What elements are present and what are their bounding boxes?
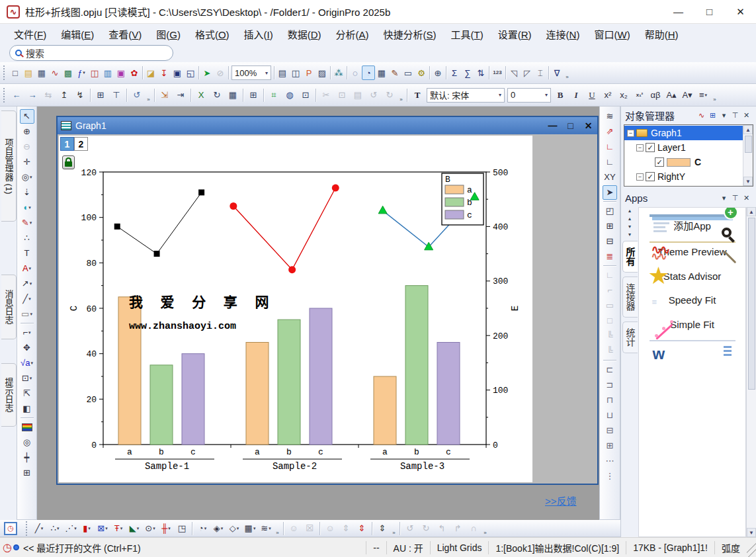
reimport-dialog-button[interactable]: ▦: [226, 88, 240, 103]
area-plot-button[interactable]: ◣▾: [127, 521, 142, 536]
tree-checkbox[interactable]: ✓: [646, 172, 655, 181]
status-angle-unit[interactable]: 弧度: [714, 541, 747, 554]
zoom-level-combo-dropdown-icon[interactable]: ▾: [263, 70, 268, 76]
draw-data-tool-dropdown-icon[interactable]: ▾: [30, 220, 32, 226]
swap-xy-button[interactable]: XY: [603, 170, 617, 185]
panel-menu-icon[interactable]: ▾: [718, 111, 730, 120]
new-data-connector-button[interactable]: ⌗: [267, 88, 281, 103]
line-tool-button[interactable]: ╱▾: [20, 292, 34, 306]
alignment-button[interactable]: ≡▾: [696, 88, 710, 103]
import-data-button[interactable]: ↧: [157, 65, 171, 80]
import-single-ascii-button[interactable]: ⇥: [173, 88, 188, 103]
pin-window-button[interactable]: ⊤: [109, 88, 124, 103]
new-project-button[interactable]: □: [9, 65, 22, 80]
code-builder-button[interactable]: ⚙: [415, 65, 428, 80]
apps-tab-connectors[interactable]: 连接器: [622, 277, 638, 318]
tree-row-layer1-node[interactable]: −✓Layer1: [624, 140, 743, 155]
box-plot-dropdown-icon[interactable]: ▾: [120, 526, 123, 531]
draw-data-tool-button[interactable]: ✎▾: [20, 216, 34, 230]
insert-3d-object-tool-button[interactable]: ◧: [20, 402, 34, 416]
menu-data[interactable]: 数据(D): [280, 25, 329, 43]
brace-tool-button[interactable]: ⌐▾: [20, 325, 34, 340]
contour-plot-dropdown-icon[interactable]: ▾: [269, 526, 271, 531]
script-window-button[interactable]: ▭: [401, 65, 415, 80]
merge-graphs-button[interactable]: ≣: [603, 249, 617, 264]
app-item-word-app[interactable]: w: [650, 340, 735, 341]
reimport-directly-button[interactable]: ↻: [210, 88, 224, 103]
batch-processing-button[interactable]: ⊞: [246, 88, 261, 103]
polar-plot-button[interactable]: ⊙▾: [143, 521, 157, 536]
distribute-horizontally-button[interactable]: ⋯: [603, 454, 617, 468]
rectangle-tool-dropdown-icon[interactable]: ▾: [30, 312, 32, 317]
search-box[interactable]: 搜索: [9, 45, 173, 61]
template-library-button[interactable]: ⊠▾: [95, 521, 110, 536]
sidebar-tab-message-log[interactable]: 消息日志: [1, 275, 17, 339]
undo-zoom-button[interactable]: ↺: [130, 88, 144, 103]
graph-page-tab-1[interactable]: 1: [60, 137, 74, 151]
tree-expand-icon[interactable]: −: [636, 173, 644, 181]
menu-window[interactable]: 窗口(W): [587, 25, 637, 43]
font-size-combo-dropdown-icon[interactable]: ▾: [542, 92, 548, 98]
project-explorer-button[interactable]: ⁂: [332, 65, 345, 80]
contour-plot-button[interactable]: ≋▾: [259, 521, 273, 536]
text-style-button[interactable]: T: [410, 88, 425, 103]
search-input[interactable]: 搜索: [26, 46, 44, 60]
apps-menu-icon[interactable]: ▾: [718, 194, 730, 202]
line-symbol-plot-dropdown-icon[interactable]: ▾: [74, 526, 77, 531]
new-app-button[interactable]: ✿: [128, 65, 141, 80]
graph-minimize-button[interactable]: —: [544, 120, 562, 131]
apps-scrollbar[interactable]: ▲ ▼: [746, 207, 756, 537]
subscript-button[interactable]: x₂: [616, 88, 631, 103]
selection-on-active-plot-tool-button[interactable]: ◖▾: [20, 200, 34, 215]
status-recent-files[interactable]: ◷<< 最近打开的文件 (Ctrl+F1): [0, 541, 366, 554]
pie-3d-plot-dropdown-icon[interactable]: ▾: [204, 526, 207, 531]
annotation-tool-button[interactable]: A▾: [20, 261, 34, 276]
zoom-level-combo[interactable]: 100%▾: [231, 65, 271, 80]
menu-analysis[interactable]: 分析(A): [329, 25, 376, 43]
app-item-theme-preview[interactable]: ∿∿∿∿Theme Preview: [650, 241, 735, 259]
close-button[interactable]: ✕: [725, 0, 756, 24]
tree-row-series-c-node[interactable]: ✓C: [624, 155, 743, 169]
rescale-tool-button[interactable]: ➤: [603, 185, 617, 200]
superscript-button[interactable]: x²: [601, 88, 615, 103]
send-to-powerpoint-button[interactable]: P: [302, 65, 315, 80]
add-favorite-button[interactable]: ↯: [73, 88, 87, 103]
column-plot-button[interactable]: ▮▾: [79, 521, 94, 536]
cluster-tool-button[interactable]: ∴: [20, 231, 34, 245]
add-shortcut-button[interactable]: ↥: [57, 88, 71, 103]
polar-plot-dropdown-icon[interactable]: ▾: [153, 526, 155, 531]
remove-bad-points-button[interactable]: ⇕: [355, 521, 369, 536]
descending-bar-plot-button[interactable]: ◸: [521, 65, 534, 80]
open-button[interactable]: ◪: [144, 65, 157, 80]
decrease-font-button[interactable]: A▾: [680, 88, 694, 103]
stock-plot-button[interactable]: ╫▾: [159, 521, 173, 536]
align-top-button[interactable]: ⊓: [603, 393, 617, 407]
sub-superscript-button[interactable]: x₁²: [632, 88, 647, 103]
save-template-button[interactable]: ◱: [184, 65, 197, 80]
print-preview-button[interactable]: ◫: [289, 65, 302, 80]
add-top-x-axis-button[interactable]: ⇗: [603, 124, 617, 139]
apps-close-icon[interactable]: ✕: [741, 194, 752, 202]
tree-row-righty-node[interactable]: −✓RightY: [624, 169, 743, 184]
menu-edit[interactable]: 编辑(E): [54, 25, 101, 43]
graph-window[interactable]: Graph1 — □ ✕ 020406080100120010020030040…: [56, 116, 599, 485]
resize-grip-icon[interactable]: [747, 538, 756, 557]
copy-format-button[interactable]: ≋: [603, 109, 617, 124]
run-app-button[interactable]: ➤: [200, 65, 214, 80]
pan-tool-button[interactable]: ✥: [20, 341, 34, 355]
data-filter-button[interactable]: ∇: [550, 65, 564, 80]
forward-button[interactable]: →: [25, 88, 40, 103]
lock-icon[interactable]: [62, 155, 75, 169]
font-combo-dropdown-icon[interactable]: ▾: [496, 92, 501, 98]
sort-button[interactable]: ⇅: [474, 65, 487, 80]
b-c-object-tool-button[interactable]: ⊞: [20, 466, 34, 480]
add-right-y-axis-button[interactable]: ∟: [603, 140, 617, 154]
app-item-simple-fit[interactable]: Simple Fit: [650, 316, 735, 331]
new-graph-button[interactable]: ∿: [48, 65, 62, 80]
align-horizontal-center-button[interactable]: ⊞: [603, 439, 617, 453]
bar-3d-plot-dropdown-icon[interactable]: ▾: [221, 526, 224, 531]
apps-strip-arrow-icon[interactable]: ▾: [628, 231, 631, 239]
text-tool-button[interactable]: T: [20, 246, 34, 261]
apps-pin-icon[interactable]: ⊤: [730, 194, 741, 202]
menu-help[interactable]: 帮助(H): [638, 25, 686, 43]
